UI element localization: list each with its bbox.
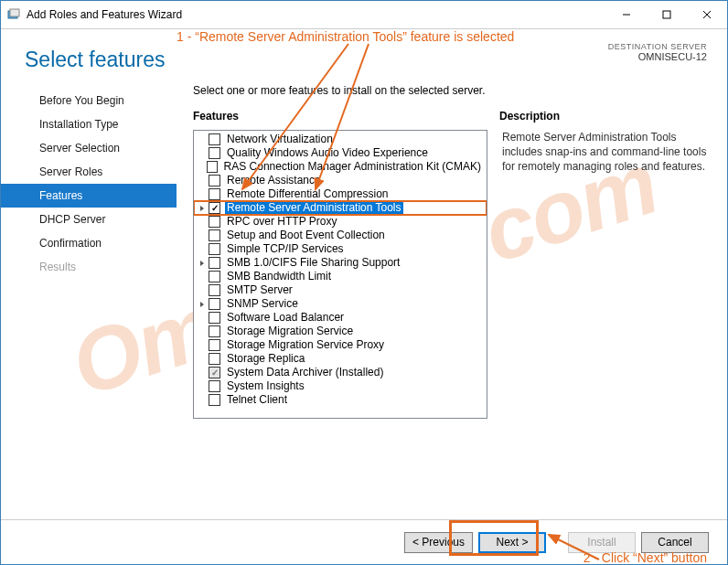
feature-label: Telnet Client — [225, 393, 289, 407]
feature-checkbox[interactable] — [209, 216, 220, 228]
nav-item-server-roles[interactable]: Server Roles — [1, 160, 177, 184]
feature-label: Simple TCP/IP Services — [225, 242, 346, 256]
nav-item-results: Results — [1, 255, 177, 279]
feature-checkbox[interactable] — [209, 175, 220, 187]
svg-rect-1 — [10, 9, 19, 16]
feature-item[interactable]: Software Load Balancer — [194, 311, 487, 325]
feature-label: Software Load Balancer — [225, 311, 346, 325]
feature-item[interactable]: Remote Assistance — [194, 174, 487, 187]
feature-label: System Data Archiver (Installed) — [225, 366, 385, 379]
annotation-1: 1 - “Remote Server Administration Tools”… — [177, 29, 514, 44]
expand-icon[interactable] — [198, 301, 209, 308]
feature-checkbox[interactable] — [209, 380, 220, 392]
expand-icon[interactable] — [198, 260, 209, 267]
app-icon — [6, 7, 21, 22]
feature-item[interactable]: Remote Server Administration Tools — [194, 201, 487, 215]
feature-item[interactable]: Simple TCP/IP Services — [194, 242, 487, 256]
feature-item[interactable]: Network Virtualization — [194, 133, 487, 146]
feature-checkbox[interactable] — [209, 257, 220, 269]
feature-item[interactable]: SMTP Server — [194, 283, 487, 297]
minimize-button[interactable] — [606, 1, 647, 28]
feature-label: Storage Replica — [225, 352, 306, 366]
window-title: Add Roles and Features Wizard — [27, 8, 606, 21]
destination-label: DESTINATION SERVER — [608, 42, 707, 51]
feature-label: SMB Bandwidth Limit — [225, 270, 333, 283]
feature-checkbox[interactable] — [209, 298, 220, 310]
destination-value: OMNISECU-12 — [608, 51, 707, 62]
description-heading: Description — [499, 110, 707, 123]
feature-checkbox[interactable] — [209, 284, 220, 296]
maximize-button[interactable] — [647, 1, 687, 28]
feature-item[interactable]: Storage Migration Service — [194, 325, 487, 338]
feature-item[interactable]: Quality Windows Audio Video Experience — [194, 146, 487, 160]
feature-checkbox[interactable] — [209, 353, 220, 365]
nav-item-features[interactable]: Features — [1, 184, 177, 208]
feature-item[interactable]: System Insights — [194, 379, 487, 393]
feature-label: Quality Windows Audio Video Experience — [225, 146, 430, 160]
feature-checkbox[interactable] — [209, 325, 220, 337]
feature-label: RPC over HTTP Proxy — [225, 215, 338, 229]
nav-item-server-selection[interactable]: Server Selection — [1, 136, 177, 160]
feature-checkbox[interactable] — [209, 188, 220, 200]
main-panel: 1 - “Remote Server Administration Tools”… — [177, 29, 727, 519]
sidebar: Select features Before You BeginInstalla… — [1, 29, 177, 519]
feature-label: Remote Differential Compression — [225, 187, 391, 201]
feature-checkbox[interactable] — [209, 394, 220, 406]
feature-label: RAS Connection Manager Administration Ki… — [222, 160, 483, 174]
feature-label: SMTP Server — [225, 283, 294, 297]
nav-item-before-you-begin[interactable]: Before You Begin — [1, 89, 177, 112]
feature-checkbox[interactable] — [209, 271, 220, 282]
feature-checkbox[interactable] — [209, 147, 220, 159]
nav-item-installation-type[interactable]: Installation Type — [1, 112, 177, 136]
feature-label: Network Virtualization — [225, 133, 335, 146]
feature-checkbox[interactable] — [209, 133, 220, 145]
feature-checkbox[interactable] — [209, 312, 220, 324]
feature-item[interactable]: RAS Connection Manager Administration Ki… — [194, 160, 487, 174]
feature-label: Storage Migration Service — [225, 325, 355, 338]
annotation-2: 2 - Click “Next” button — [583, 550, 707, 565]
feature-label: System Insights — [225, 379, 306, 393]
description-text: Remote Server Administration Tools inclu… — [487, 130, 707, 419]
feature-checkbox[interactable] — [209, 229, 220, 241]
features-heading: Features — [193, 110, 499, 123]
feature-item[interactable]: Telnet Client — [194, 393, 487, 407]
feature-checkbox[interactable] — [209, 243, 220, 255]
expand-icon[interactable] — [198, 205, 209, 212]
feature-checkbox[interactable] — [209, 202, 220, 214]
feature-item[interactable]: SMB Bandwidth Limit — [194, 270, 487, 283]
feature-label: Setup and Boot Event Collection — [225, 229, 387, 242]
feature-item[interactable]: Remote Differential Compression — [194, 187, 487, 201]
next-button[interactable]: Next > — [478, 532, 546, 553]
feature-item[interactable]: SMB 1.0/CIFS File Sharing Support — [194, 256, 487, 270]
feature-label: SNMP Service — [225, 297, 300, 311]
features-listbox[interactable]: Network VirtualizationQuality Windows Au… — [193, 130, 487, 419]
nav-item-dhcp-server[interactable]: DHCP Server — [1, 208, 177, 231]
feature-label: Remote Server Administration Tools — [225, 201, 403, 215]
nav-item-confirmation[interactable]: Confirmation — [1, 231, 177, 255]
instruction-text: Select one or more features to install o… — [193, 84, 707, 97]
feature-label: SMB 1.0/CIFS File Sharing Support — [225, 256, 401, 270]
feature-item[interactable]: Setup and Boot Event Collection — [194, 229, 487, 242]
svg-rect-3 — [663, 11, 670, 18]
titlebar: Add Roles and Features Wizard — [1, 1, 727, 29]
destination-info: DESTINATION SERVER OMNISECU-12 — [608, 42, 707, 62]
wizard-window: Add Roles and Features Wizard Omnisecu.c… — [0, 0, 728, 565]
feature-item[interactable]: System Data Archiver (Installed) — [194, 366, 487, 379]
feature-item[interactable]: SNMP Service — [194, 297, 487, 311]
feature-checkbox[interactable] — [209, 367, 220, 378]
feature-item[interactable]: Storage Migration Service Proxy — [194, 338, 487, 352]
feature-item[interactable]: RPC over HTTP Proxy — [194, 215, 487, 229]
page-title: Select features — [1, 48, 177, 89]
feature-label: Storage Migration Service Proxy — [225, 338, 386, 352]
previous-button[interactable]: < Previous — [404, 532, 473, 553]
close-button[interactable] — [687, 1, 727, 28]
feature-label: Remote Assistance — [225, 174, 323, 187]
feature-checkbox[interactable] — [209, 339, 220, 351]
feature-item[interactable]: Storage Replica — [194, 352, 487, 366]
feature-checkbox[interactable] — [207, 161, 217, 173]
